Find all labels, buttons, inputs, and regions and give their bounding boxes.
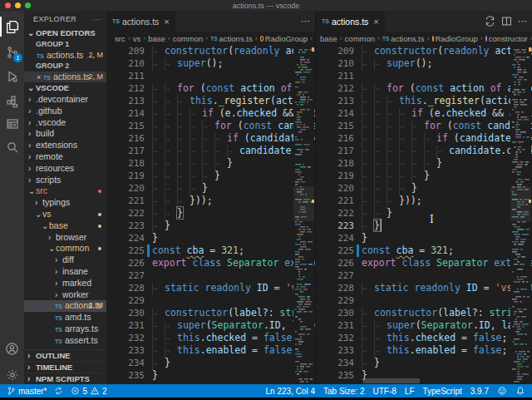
code-line-230[interactable]: 230→constructor(label?: string) (106, 307, 315, 319)
code-line-217[interactable]: 217→→→→→→→candidate.checked (316, 145, 532, 157)
open-editors-section-header[interactable]: ⌄OPEN EDITORS (24, 27, 106, 39)
code-line-220[interactable]: 220→→→→} (316, 182, 532, 195)
split-editor-icon[interactable] (501, 16, 512, 27)
close-tab-icon[interactable]: × (164, 17, 169, 27)
code-line-217[interactable]: 217→→→→→→→candidate.checked (106, 145, 315, 157)
breadcrumb-item[interactable]: constructor (489, 34, 528, 43)
minimap-right[interactable] (510, 45, 531, 384)
code-line-212[interactable]: 212→→for (const action of actions (316, 82, 532, 95)
activity-item-explorer[interactable] (0, 15, 24, 38)
code-line-231[interactable]: 231→→super(Separator.ID, label (106, 319, 315, 332)
tree-item-typings[interactable]: ›typings (24, 197, 106, 209)
code-line-230[interactable]: 230→constructor(label?: string) (316, 307, 532, 319)
tree-item-build[interactable]: ›build (24, 128, 106, 140)
code-line-214[interactable]: 214→→→→if (e.checked && action (316, 107, 532, 120)
code-line-227[interactable]: 227 (316, 269, 532, 282)
feedback-button[interactable] (497, 386, 507, 396)
tree-item-base[interactable]: ⌄base (24, 220, 106, 232)
code-line-225[interactable]: 225const cba = 321; (316, 244, 532, 257)
typescript-version-indicator[interactable]: 3.9.7 (470, 387, 489, 396)
tree-item-actions.ts[interactable]: TSactions.ts2, M (24, 300, 106, 312)
code-line-212[interactable]: 212→→for (const action of actions (106, 82, 315, 95)
cursor-position-indicator[interactable]: Ln 223, Col 4 (266, 387, 316, 396)
open-changes-icon[interactable] (485, 16, 495, 27)
tree-item-src[interactable]: ⌄src (24, 185, 106, 197)
tree-item-amd.ts[interactable]: TSamd.ts (24, 312, 106, 323)
tree-item-scripts[interactable]: ›scripts (24, 175, 106, 186)
breadcrumb-item[interactable]: src (115, 34, 126, 43)
tree-item-insane[interactable]: ›insane (24, 266, 106, 278)
tree-item-browser[interactable]: ›browser (24, 232, 106, 244)
code-line-226[interactable]: 226export class Separator extends (106, 257, 315, 269)
tab-actions-ts-left[interactable]: TS actions.ts × (106, 11, 176, 32)
code-editor-left[interactable]: 209→constructor(readonly actions210→→sup… (106, 45, 315, 384)
code-line-213[interactable]: 213→→→this._register(action.onD (106, 95, 315, 107)
code-line-232[interactable]: 232→→this.checked = false; (316, 332, 532, 344)
code-line-221[interactable]: 221→→→})); (316, 195, 532, 207)
activity-item-source-control[interactable]: 1 (0, 41, 24, 64)
encoding-indicator[interactable]: UTF-8 (372, 387, 396, 396)
breadcrumb-item[interactable]: RadioGroup (436, 34, 478, 43)
activity-item-remote-window[interactable] (0, 112, 24, 136)
close-tab-icon[interactable]: × (373, 17, 378, 27)
notifications-button[interactable] (515, 386, 525, 396)
workspace-section-header[interactable]: ⌄VSCODE (24, 82, 106, 94)
code-line-215[interactable]: 215→→→→→for (const candidate (106, 120, 315, 132)
code-line-219[interactable]: 219→→→→→} (106, 170, 315, 182)
activity-item-extensions[interactable] (0, 90, 24, 113)
breadcrumb-item[interactable]: base (320, 34, 337, 43)
breadcrumb-item[interactable]: actions.ts (391, 34, 424, 43)
sync-changes-button[interactable] (54, 386, 63, 396)
code-line-233[interactable]: 233→→this.enabled = false; (106, 344, 315, 357)
breadcrumb-item[interactable]: common (173, 34, 203, 43)
indentation-indicator[interactable]: Tab Size: 2 (323, 387, 364, 396)
more-actions-icon[interactable]: ⋯ (518, 16, 527, 27)
code-line-218[interactable]: 218→→→→→→} (106, 157, 315, 170)
code-line-235[interactable]: 235} (106, 369, 315, 382)
code-line-224[interactable]: 224} (316, 232, 532, 244)
code-line-233[interactable]: 233→→this.enabled = false; (316, 344, 532, 357)
tree-item-assert.ts[interactable]: TSassert.ts (24, 335, 106, 347)
tree-item-.devcontainer[interactable]: ›.devcontainer (24, 94, 106, 106)
code-line-222[interactable]: 222→→} (106, 207, 315, 220)
more-actions-icon[interactable]: ⋯ (301, 16, 310, 27)
breadcrumb-item[interactable]: RadioGroup (265, 34, 308, 43)
code-line-232[interactable]: 232→→this.checked = false; (106, 332, 315, 344)
tree-item-vs[interactable]: ⌄vs (24, 209, 106, 220)
activity-item-accounts[interactable] (0, 337, 24, 360)
breadcrumb-item[interactable]: common (345, 34, 375, 43)
code-line-234[interactable]: 234→} (316, 357, 532, 369)
tree-item-worker[interactable]: ›worker (24, 289, 106, 301)
code-line-211[interactable]: 211 (316, 70, 532, 82)
tree-item-.vscode[interactable]: ›.vscode (24, 117, 106, 129)
section-header-npm-scripts[interactable]: ›NPM SCRIPTS (24, 373, 106, 384)
code-line-210[interactable]: 210→→super(); (316, 57, 532, 70)
code-line-231[interactable]: 231→→super(Separator.ID, label (316, 319, 532, 332)
tab-actions-ts-right[interactable]: TS actions.ts × (316, 11, 386, 32)
close-editor-icon[interactable]: × (37, 72, 43, 83)
code-line-225[interactable]: 225const cba = 321; (106, 244, 315, 257)
code-line-213[interactable]: 213→→→this._register(action.onD (316, 95, 532, 107)
code-line-228[interactable]: 228→static readonly ID = 'vs.act (316, 282, 532, 294)
code-line-209[interactable]: 209→constructor(readonly actions (316, 45, 532, 57)
code-line-227[interactable]: 227 (106, 269, 315, 282)
code-line-226[interactable]: 226export class Separator extends (316, 257, 532, 269)
code-line-229[interactable]: 229 (316, 294, 532, 307)
open-editor-item[interactable]: TSactions.ts …2, M (24, 50, 106, 61)
code-line-211[interactable]: 211 (106, 70, 315, 82)
activity-item-search[interactable] (0, 136, 24, 159)
tree-item-remote[interactable]: ›remote (24, 151, 106, 163)
code-line-224[interactable]: 224} (106, 232, 315, 244)
code-line-216[interactable]: 216→→→→→→if (candidate !== (106, 132, 315, 145)
code-line-223[interactable]: 223→} (106, 220, 315, 232)
activity-item-run-and-debug[interactable] (0, 65, 24, 88)
code-line-228[interactable]: 228→static readonly ID = 'vs.act (106, 282, 315, 294)
language-mode-indicator[interactable]: TypeScript (423, 387, 462, 396)
open-editor-item[interactable]: ×TSactions.ts …2, M (24, 72, 106, 82)
tree-item-marked[interactable]: ›marked (24, 278, 106, 289)
git-branch-indicator[interactable]: master* (7, 386, 47, 396)
horizontal-scrollbar[interactable] (363, 378, 420, 383)
breadcrumb-item[interactable]: actions.ts (219, 34, 253, 43)
section-header-outline[interactable]: ›OUTLINE (24, 349, 106, 361)
breadcrumb-item[interactable]: vs (133, 34, 141, 43)
